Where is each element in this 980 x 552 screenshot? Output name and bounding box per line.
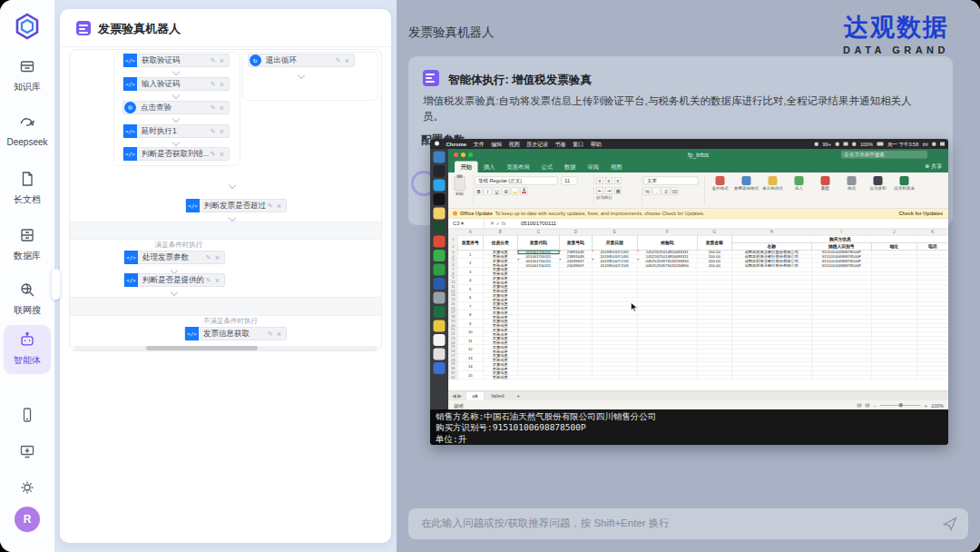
font-name-select: 等线 Regular (正文) — [475, 177, 558, 185]
menubar-menu: 历史记录 — [526, 140, 548, 148]
font-size-select: 11 — [562, 177, 578, 185]
close-icon[interactable]: × — [218, 104, 229, 113]
edit-icon[interactable]: ✎ — [266, 330, 275, 338]
ribbon-tab: 开始 — [455, 162, 478, 173]
close-icon[interactable]: × — [218, 56, 229, 65]
ribbon-tab: 公式 — [535, 162, 559, 173]
dock-app-icon — [434, 306, 446, 318]
chat-placeholder: 在此输入问题或按/获取推荐问题，按 Shift+Enter 换行 — [421, 517, 670, 530]
apple-menu-icon — [435, 141, 439, 147]
deepseek-whale-icon — [19, 114, 35, 131]
node-type-icon: </> — [124, 273, 138, 287]
menubar-menu: 视图 — [509, 140, 520, 148]
flow-node[interactable]: </>判断是否是提供的...✎× — [123, 273, 225, 287]
edit-icon[interactable]: ✎ — [209, 81, 218, 88]
execution-pane: 发票验真机器人 达观数据 DATA GRAND 智能体执行: 增值税发票验真 增… — [397, 0, 980, 552]
screen-capture-button[interactable] — [19, 443, 35, 459]
sidebar-item-websearch[interactable]: 联网搜 — [0, 281, 54, 317]
close-icon[interactable]: × — [218, 80, 229, 89]
ribbon-tab: 页面布局 — [501, 162, 535, 173]
terminal-line: 单位:升 — [436, 433, 943, 445]
sidebar-item-agent[interactable]: 智能体 — [4, 325, 51, 374]
flow-title: 发票验真机器人 — [98, 21, 181, 37]
mobile-device-button[interactable] — [19, 407, 35, 423]
flow-node[interactable]: ⊙点击查验✎× — [122, 101, 230, 114]
section-band — [70, 297, 382, 316]
close-icon[interactable]: × — [343, 56, 354, 65]
close-icon[interactable]: × — [218, 127, 229, 136]
flow-hscrollbar — [74, 346, 377, 350]
flow-panel: 发票验真机器人 满足条件时执行 不满足条件时执行 </>获取验证码✎×</>输入… — [54, 0, 397, 552]
section-band — [70, 222, 382, 240]
column-header: A — [457, 229, 483, 235]
flow-canvas[interactable]: 满足条件时执行 不满足条件时执行 </>获取验证码✎×</>输入验证码✎×⊙点击… — [69, 49, 382, 351]
phone-icon — [19, 407, 35, 423]
sidebar-item-longdoc[interactable]: 长文档 — [0, 171, 54, 206]
database-icon — [19, 227, 35, 243]
flow-node[interactable]: </>获取验证码✎× — [122, 54, 230, 67]
exec-description: 增值税发票验真:自动将发票信息上传到验证平台,与税务机关的数据库进行比对,全程记… — [423, 94, 931, 123]
ribbon-group: 删除 — [812, 172, 838, 191]
close-icon[interactable]: × — [213, 276, 224, 285]
agent-badge-icon — [423, 70, 439, 86]
dock-app-icon — [434, 180, 446, 192]
dock-app-icon — [434, 222, 446, 233]
edit-icon[interactable]: ✎ — [209, 104, 218, 112]
knowledge-base-icon — [19, 58, 35, 74]
edit-icon[interactable]: ✎ — [209, 151, 218, 158]
flow-node[interactable]: </>延时执行1✎× — [122, 124, 230, 138]
app-logo-icon[interactable] — [14, 13, 41, 40]
sheet-row: 32查验信息 — [448, 375, 948, 380]
flow-hscrollbar-thumb[interactable] — [146, 346, 258, 350]
panel-collapse-handle[interactable] — [52, 269, 60, 300]
edit-icon[interactable]: ✎ — [204, 277, 213, 284]
flow-node[interactable]: </>输入验证码✎× — [122, 77, 230, 91]
ribbon-group: 条件格式 — [707, 172, 733, 191]
excel-window: fp_infos Q 在工作表中搜索 开始插入页面布局公式数据审阅视图 ⊕ 共享… — [448, 149, 948, 445]
close-icon[interactable]: × — [213, 253, 224, 262]
edit-icon[interactable]: ✎ — [204, 254, 213, 261]
flow-node[interactable]: </>处理发票参数✎× — [123, 251, 225, 264]
dock-app-icon — [434, 278, 446, 290]
ribbon-group: 排序和筛选 — [891, 172, 917, 191]
update-icon — [453, 212, 457, 216]
flow-node[interactable]: </>判断发票是否超过...✎× — [185, 199, 287, 212]
edit-icon[interactable]: ✎ — [209, 57, 218, 64]
sidebar-item-knowledge[interactable]: 知识库 — [0, 58, 54, 94]
formula-bar: C3 ▾ ✕ ✓ fx 051001700111 — [448, 219, 948, 229]
node-type-icon: </> — [124, 251, 138, 264]
close-icon[interactable]: × — [275, 330, 286, 339]
flow-node[interactable]: ↻退出循环✎× — [248, 54, 355, 67]
font-color-icon: A — [521, 188, 528, 195]
excel-share-button: ⊕ 共享 — [925, 163, 942, 171]
macos-dock — [430, 149, 448, 445]
exec-title: 智能体执行: 增值税发票验真 — [448, 73, 592, 88]
sheet-tab: ok — [466, 391, 485, 400]
close-icon[interactable]: × — [218, 150, 229, 159]
close-icon[interactable]: × — [275, 202, 286, 211]
ready-status: 就绪 — [448, 403, 464, 409]
chat-input[interactable]: 在此输入问题或按/获取推荐问题，按 Shift+Enter 换行 — [408, 508, 968, 539]
edit-icon[interactable]: ✎ — [334, 57, 343, 64]
column-header: D — [559, 229, 592, 235]
node-type-icon: </> — [186, 199, 200, 212]
column-header: G — [697, 229, 731, 235]
flow-card-header: 发票验真机器人 — [60, 9, 391, 47]
send-icon[interactable] — [943, 517, 957, 531]
flow-node[interactable]: </>发票信息获取✎× — [184, 327, 287, 340]
dock-app-icon — [434, 193, 446, 205]
ribbon-group: 单元格样式 — [760, 172, 786, 191]
sidebar-item-database[interactable]: 数据库 — [0, 227, 54, 262]
dock-app-icon — [434, 208, 446, 220]
menubar-status: 99+ 100% 周一 下午3:58 thl — [815, 139, 945, 149]
sidebar-item-deepseek[interactable]: Deepseek — [0, 114, 54, 147]
chevron-down-icon — [229, 182, 236, 189]
sheet-tab-bar: ◀ ▶ ok failed + — [448, 390, 948, 400]
settings-button[interactable] — [19, 479, 35, 496]
execution-screenshot[interactable]: Chrome 文件编辑视图历史记录书签窗口帮助 99+ 100% 周一 下午3:… — [430, 139, 948, 445]
edit-icon[interactable]: ✎ — [266, 202, 275, 210]
flow-node[interactable]: </>判断是否获取到错...✎× — [122, 147, 230, 161]
edit-icon[interactable]: ✎ — [209, 128, 218, 135]
number-format-group: 文本 %,.000 — [644, 172, 703, 195]
user-avatar[interactable]: R — [15, 507, 40, 532]
